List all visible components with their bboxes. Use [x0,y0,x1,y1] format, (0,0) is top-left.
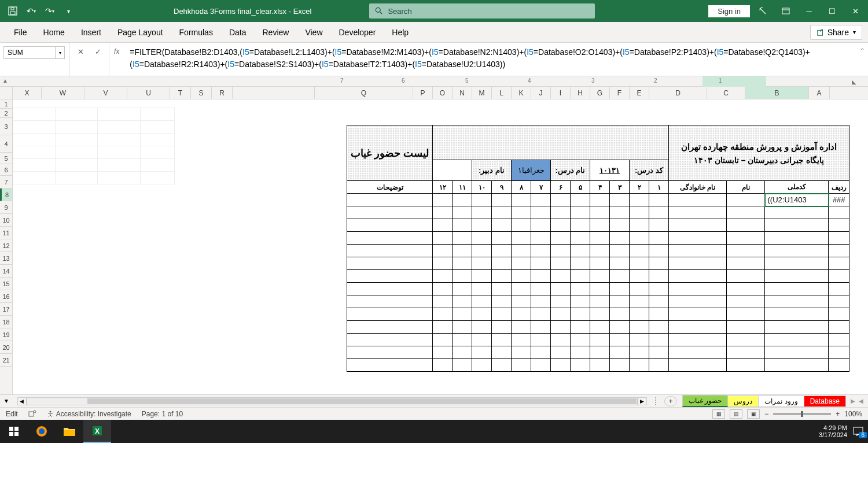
table-cell[interactable] [649,245,669,257]
table-cell[interactable] [492,308,512,321]
table-cell[interactable] [551,270,571,283]
zoom-slider[interactable] [773,413,831,415]
row-header[interactable]: 3 [0,118,12,135]
column-header[interactable]: J [531,87,551,99]
column-header[interactable]: A [809,87,830,99]
table-cell[interactable] [453,194,472,206]
table-cell[interactable] [551,334,571,346]
row-header[interactable]: 5 [0,153,12,164]
table-cell[interactable] [630,270,649,283]
table-cell[interactable] [610,359,630,372]
table-cell[interactable] [630,257,649,270]
table-cell[interactable] [765,334,829,346]
notification-icon[interactable]: 6 [853,427,863,436]
zoom-out-button[interactable]: − [764,410,768,418]
table-cell[interactable] [453,295,472,308]
table-cell[interactable] [531,334,551,346]
table-cell[interactable] [649,270,669,283]
table-cell[interactable] [347,334,433,346]
table-cell[interactable] [512,283,531,295]
table-cell[interactable] [472,321,492,334]
page-break-view-button[interactable]: ▣ [747,409,760,419]
ruler-margin-icon[interactable]: ◣ [852,79,856,85]
table-cell[interactable] [765,359,829,372]
table-cell[interactable] [453,270,472,283]
table-cell[interactable] [433,308,453,321]
table-cell[interactable] [433,219,453,232]
scroll-left-button[interactable]: ◀ [17,397,27,405]
table-cell[interactable] [433,245,453,257]
table-cell[interactable] [472,194,492,206]
table-cell[interactable] [551,257,571,270]
file-explorer-icon[interactable] [56,420,83,443]
row-header[interactable]: 18 [0,316,12,328]
table-cell[interactable] [630,206,649,219]
row-header[interactable]: 17 [0,303,12,316]
table-cell[interactable] [590,219,610,232]
table-cell[interactable] [531,359,551,372]
undo-icon[interactable]: ↶▾ [23,3,39,19]
course-value-cell[interactable]: جغرافیا۱ [512,160,551,181]
ruler-arrow-down-icon[interactable]: ▼ [0,398,13,404]
table-cell[interactable] [472,308,492,321]
add-sheet-button[interactable]: + [664,396,677,406]
table-cell[interactable] [727,308,765,321]
table-cell[interactable] [492,194,512,206]
table-cell[interactable] [571,245,590,257]
row-header[interactable]: 16 [0,290,12,303]
table-cell[interactable] [829,334,849,346]
table-cell[interactable] [649,346,669,359]
horizontal-scrollbar[interactable] [27,397,638,405]
table-cell[interactable] [453,283,472,295]
table-cell[interactable] [630,346,649,359]
table-cell[interactable] [669,232,727,245]
table-cell[interactable] [727,232,765,245]
tab-home[interactable]: Home [35,23,73,42]
table-cell[interactable] [472,232,492,245]
table-cell[interactable] [472,257,492,270]
table-cell[interactable] [347,295,433,308]
column-header[interactable]: U [127,87,170,99]
table-cell[interactable] [492,334,512,346]
sheet-tab-attendance[interactable]: حضور غیاب [682,395,728,407]
table-cell[interactable] [829,270,849,283]
table-cell[interactable] [649,206,669,219]
excel-taskbar-icon[interactable]: X [83,420,111,443]
worksheet-canvas[interactable]: اداره آموزش و پرورش منطقه چهارده تهران پ… [13,99,868,394]
share-button[interactable]: Share ▾ [810,25,862,40]
table-cell[interactable] [512,219,531,232]
start-button[interactable] [0,420,28,443]
table-cell[interactable] [433,270,453,283]
table-cell[interactable] [829,321,849,334]
table-cell[interactable] [727,206,765,219]
table-cell[interactable] [765,321,829,334]
qat-customize-icon[interactable]: ▾ [60,3,76,19]
table-cell[interactable] [610,232,630,245]
table-cell[interactable] [649,194,669,206]
table-cell[interactable] [433,346,453,359]
table-cell[interactable] [551,206,571,219]
row-header[interactable]: 21 [0,354,12,367]
row-header[interactable]: 12 [0,239,12,252]
table-cell[interactable] [571,308,590,321]
table-cell[interactable] [472,245,492,257]
table-cell[interactable] [551,194,571,206]
table-cell[interactable] [649,295,669,308]
table-cell[interactable] [472,359,492,372]
table-cell[interactable] [347,270,433,283]
column-header[interactable] [233,87,315,99]
table-cell[interactable] [512,334,531,346]
table-cell[interactable] [512,346,531,359]
column-header[interactable]: R [212,87,233,99]
column-header[interactable]: T [170,87,191,99]
table-cell[interactable]: ### [829,194,849,206]
table-cell[interactable] [512,295,531,308]
table-cell[interactable] [590,321,610,334]
page-layout-view-button[interactable]: ▤ [730,409,742,419]
table-cell[interactable] [610,206,630,219]
row-header[interactable]: 20 [0,341,12,354]
table-cell[interactable] [347,194,433,206]
table-cell[interactable] [531,270,551,283]
teacher-value-cell[interactable] [433,160,472,181]
table-cell[interactable] [590,334,610,346]
